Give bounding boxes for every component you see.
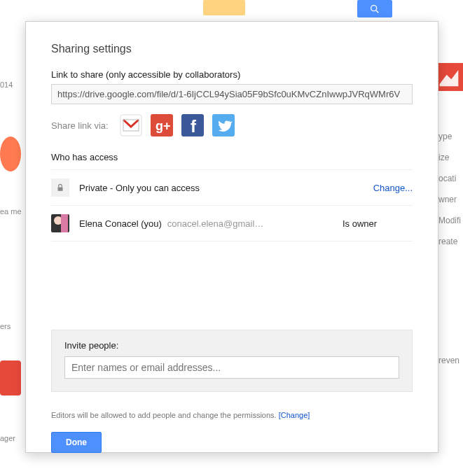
bg-text: ype	[438, 126, 463, 147]
bg-chip	[203, 0, 245, 15]
link-share-input[interactable]	[51, 84, 413, 104]
invite-input[interactable]	[64, 356, 399, 379]
bg-text: Modifi	[438, 210, 463, 231]
bg-text: ers	[0, 322, 11, 330]
user-role: Is owner	[343, 218, 413, 229]
bg-text: reven	[438, 350, 463, 371]
bg-text: ocati	[438, 168, 463, 189]
access-row-privacy: Private - Only you can access Change...	[51, 169, 413, 206]
bg-image-icon	[435, 63, 463, 91]
invite-block: Invite people:	[51, 330, 413, 392]
privacy-status: Private - Only you can access	[79, 183, 200, 193]
svg-line-1	[376, 10, 378, 13]
sharing-dialog: Sharing settings Link to share (only acc…	[25, 21, 438, 453]
bg-text: ize	[438, 147, 463, 168]
user-email: conacel.elena@gmail…	[167, 218, 264, 229]
bg-side-labels: ype ize ocati wner Modifi reate reven	[438, 126, 463, 371]
bg-text: reate	[438, 231, 463, 252]
share-via-label: Share link via:	[51, 120, 109, 131]
share-via-row: Share link via: g+ f	[51, 114, 413, 136]
bg-shape	[0, 360, 21, 396]
dialog-title: Sharing settings	[51, 43, 413, 55]
done-button[interactable]: Done	[51, 432, 102, 453]
svg-text:f: f	[191, 117, 197, 136]
invite-label: Invite people:	[64, 340, 399, 351]
svg-text:g+: g+	[156, 119, 171, 133]
change-permissions-link[interactable]: [Change]	[279, 411, 310, 419]
bg-search-button	[357, 0, 392, 18]
privacy-text: Private - Only you can access	[79, 183, 364, 193]
editors-note: Editors will be allowed to add people an…	[51, 411, 413, 419]
lock-icon	[51, 178, 69, 197]
bg-text: wner	[438, 189, 463, 210]
user-avatar	[51, 214, 69, 232]
bg-text: ea me	[0, 207, 22, 216]
google-plus-icon[interactable]: g+	[151, 114, 173, 136]
facebook-icon[interactable]: f	[181, 114, 204, 136]
user-identity: Elena Conacel (you) conacel.elena@gmail…	[79, 218, 333, 229]
change-privacy-link[interactable]: Change...	[373, 183, 413, 193]
bg-shape	[0, 136, 21, 172]
access-row-user: Elena Conacel (you) conacel.elena@gmail……	[51, 206, 413, 241]
bg-text: 014	[0, 80, 13, 89]
link-share-label: Link to share (only accessible by collab…	[51, 69, 413, 80]
user-name: Elena Conacel (you)	[79, 218, 162, 229]
gmail-icon[interactable]	[120, 114, 142, 136]
twitter-icon[interactable]	[212, 114, 235, 136]
svg-point-0	[371, 5, 377, 10]
bg-text: ager	[0, 434, 15, 442]
editors-note-text: Editors will be allowed to add people an…	[51, 411, 279, 419]
search-icon	[369, 4, 380, 15]
svg-rect-11	[58, 187, 63, 190]
who-has-access-label: Who has access	[51, 152, 413, 162]
